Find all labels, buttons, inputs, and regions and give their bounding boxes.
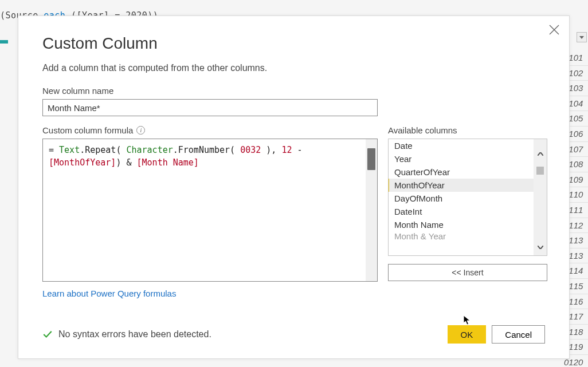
scroll-down-icon[interactable] — [534, 242, 547, 253]
close-icon — [547, 23, 561, 37]
formula-editor[interactable]: = Text.Repeat( Character.FromNumber( 003… — [42, 139, 378, 282]
list-item[interactable]: DayOfMonth — [389, 192, 534, 205]
scrollbar-thumb[interactable] — [367, 148, 375, 170]
list-scrollbar[interactable] — [534, 139, 547, 255]
list-item[interactable]: Month & Year — [389, 231, 534, 239]
list-item[interactable]: DateInt — [389, 205, 534, 218]
learn-link[interactable]: Learn about Power Query formulas — [42, 289, 176, 298]
list-item[interactable]: Month Name — [389, 218, 534, 231]
available-columns-label: Available columns — [388, 125, 547, 135]
insert-button[interactable]: << Insert — [388, 264, 547, 281]
cancel-button[interactable]: Cancel — [492, 325, 545, 344]
list-item[interactable]: MonthOfYear — [389, 179, 534, 192]
scroll-up-icon[interactable] — [534, 148, 547, 160]
available-columns-list[interactable]: Date Year QuarterOfYear MonthOfYear DayO… — [388, 139, 547, 256]
column-dropdown-icon[interactable] — [577, 32, 587, 42]
ok-button[interactable]: OK — [448, 325, 487, 344]
column-name-label: New column name — [42, 86, 545, 96]
list-item[interactable]: Year — [389, 152, 534, 165]
dialog-subtitle: Add a column that is computed from the o… — [42, 63, 545, 73]
check-icon — [42, 329, 53, 340]
status-message: No syntax errors have been detected. — [42, 329, 211, 340]
background-accent-bar — [0, 40, 8, 44]
column-name-input[interactable] — [42, 99, 378, 116]
dialog-title: Custom Column — [42, 34, 545, 53]
scrollbar-thumb[interactable] — [536, 167, 544, 175]
close-button[interactable] — [547, 23, 561, 37]
list-item[interactable]: Date — [389, 139, 534, 152]
custom-column-dialog: Custom Column Add a column that is compu… — [18, 15, 570, 359]
list-item[interactable]: QuarterOfYear — [389, 165, 534, 179]
info-icon[interactable]: i — [136, 126, 145, 135]
formula-scrollbar[interactable] — [366, 139, 377, 281]
formula-label: Custom column formula i — [42, 125, 378, 135]
